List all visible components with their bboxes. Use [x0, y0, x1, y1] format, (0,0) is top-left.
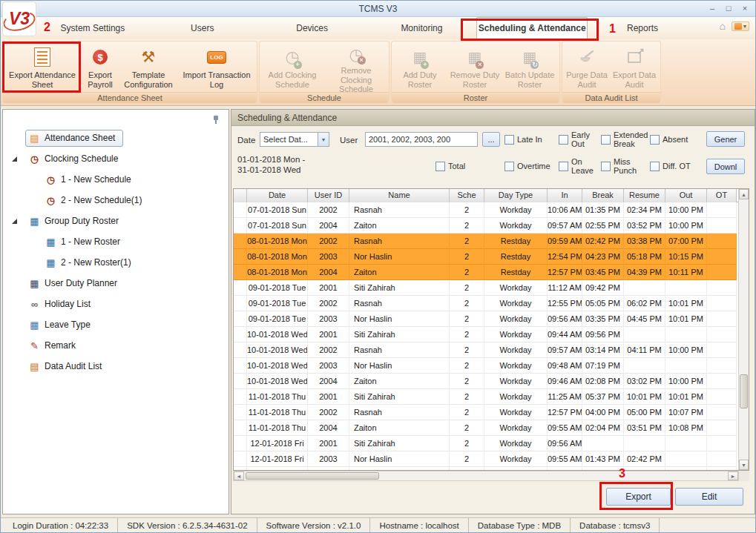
miss-punch-checkbox[interactable]: Miss Punch: [601, 156, 642, 176]
export-button[interactable]: Export: [606, 488, 671, 506]
tree-item[interactable]: Group Duty Roster: [3, 211, 229, 231]
table-row[interactable]: 10-01-2018 Wed 2002 Rasnah 2 Workday 09:…: [234, 342, 737, 358]
purge-data-audit-button[interactable]: Purge Data Audit: [563, 43, 611, 92]
tree-item[interactable]: Attendance Sheet: [3, 128, 229, 148]
table-row[interactable]: 12-01-2018 Fri 2003 Nor Haslin 2 Workday…: [234, 451, 737, 467]
tree-item[interactable]: 1 - New Roster: [3, 231, 229, 252]
add-duty-roster-button[interactable]: Add Duty Roster: [392, 43, 447, 92]
download-button[interactable]: Downl: [706, 159, 745, 174]
add-clocking-schedule-button[interactable]: Add Clocking Schedule: [260, 43, 324, 92]
tree-item[interactable]: 2 - New Roster(1): [3, 252, 229, 273]
ribbon-tab[interactable]: Users: [148, 17, 257, 39]
column-header-break[interactable]: Break: [582, 189, 624, 202]
tree-item-label: Holiday List: [45, 299, 91, 309]
cell-out: 10:00 PM: [665, 342, 707, 358]
checkbox-label: Overtime: [517, 162, 551, 171]
scroll-down-arrow[interactable]: ▼: [739, 460, 749, 470]
table-row[interactable]: 08-01-2018 Mon 2002 Rasnah 2 Restday 09:…: [234, 234, 737, 249]
table-row[interactable]: 10-01-2018 Wed 2003 Nor Haslin 2 Workday…: [234, 358, 737, 374]
table-row[interactable]: 12-01-2018 Fri 2004 Zaiton 2 Workday 12:…: [234, 467, 737, 470]
minimize-button[interactable]: –: [706, 3, 718, 14]
table-row[interactable]: 10-01-2018 Wed 2001 Siti Zahirah 2 Workd…: [234, 327, 737, 342]
cell-date: 07-01-2018 Sun: [247, 202, 308, 218]
batch-update-roster-button[interactable]: Batch Update Roster: [502, 43, 557, 92]
cell-schedule: 2: [450, 467, 484, 470]
table-row[interactable]: 12-01-2018 Fri 2001 Siti Zahirah 2 Workd…: [234, 436, 737, 451]
export-attendance-sheet-button[interactable]: Export Attendance Sheet: [4, 43, 81, 92]
column-header-date[interactable]: Date: [247, 189, 308, 202]
table-row[interactable]: 11-01-2018 Thu 2004 Zaiton 2 Workday 09:…: [234, 420, 737, 436]
ribbon-tab[interactable]: System Settings: [38, 17, 148, 39]
column-header-resume[interactable]: Resume: [624, 189, 665, 202]
table-row[interactable]: 07-01-2018 Sun 2002 Rasnah 2 Workday 10:…: [234, 202, 737, 218]
table-row[interactable]: 08-01-2018 Mon 2004 Zaiton 2 Restday 12:…: [234, 265, 737, 280]
diff-ot-checkbox[interactable]: Diff. OT: [650, 156, 698, 176]
table-row[interactable]: 07-01-2018 Sun 2004 Zaiton 2 Workday 09:…: [234, 218, 737, 234]
tree-item[interactable]: Data Audit List: [3, 356, 229, 377]
cell-name: Zaiton: [349, 420, 450, 436]
edit-button[interactable]: Edit: [675, 488, 743, 506]
generate-button[interactable]: Gener: [706, 131, 745, 147]
on-leave-checkbox[interactable]: On Leave: [559, 156, 599, 176]
tree-item[interactable]: Leave Type: [3, 314, 229, 335]
cell-date: 10-01-2018 Wed: [247, 327, 308, 342]
column-header-day-type[interactable]: Day Type: [484, 189, 548, 202]
import-transaction-log-button[interactable]: LOG Import Transaction Log: [177, 43, 256, 92]
scroll-up-arrow[interactable]: ▲: [739, 189, 749, 199]
expander-icon[interactable]: [12, 219, 17, 224]
date-range-dropdown[interactable]: Select Dat... ▼: [260, 132, 329, 147]
close-button[interactable]: ×: [739, 3, 751, 14]
cell-day-type: Workday: [484, 420, 548, 436]
ribbon-tab[interactable]: Devices: [257, 17, 367, 39]
late-in-checkbox[interactable]: Late In: [504, 129, 554, 150]
table-row[interactable]: 10-01-2018 Wed 2004 Zaiton 2 Workday 09:…: [234, 374, 737, 389]
overtime-checkbox[interactable]: Overtime: [504, 156, 551, 176]
theme-dropdown-icon[interactable]: ▾: [732, 21, 749, 31]
export-data-audit-button[interactable]: Export Data Audit: [611, 43, 658, 92]
table-row[interactable]: 09-01-2018 Tue 2002 Rasnah 2 Workday 12:…: [234, 296, 737, 311]
vertical-scroll-thumb[interactable]: [740, 374, 748, 408]
chevron-down-icon[interactable]: ▼: [318, 133, 329, 146]
tree-item[interactable]: Clocking Schedule: [3, 148, 229, 169]
export-payroll-button[interactable]: Export Payroll: [81, 43, 119, 92]
table-row[interactable]: 09-01-2018 Tue 2003 Nor Haslin 2 Workday…: [234, 311, 737, 327]
scroll-left-arrow[interactable]: ◄: [234, 471, 244, 480]
ribbon-tab[interactable]: Reports: [588, 17, 697, 39]
table-row[interactable]: 11-01-2018 Thu 2001 Siti Zahirah 2 Workd…: [234, 389, 737, 405]
home-icon[interactable]: ⌂: [720, 20, 726, 32]
scroll-right-arrow[interactable]: ►: [728, 471, 738, 480]
ribbon-tab[interactable]: Scheduling & Attendance: [476, 17, 588, 39]
tree-item[interactable]: User Duty Planner: [3, 273, 229, 294]
tree-item[interactable]: 2 - New Schedule(1): [3, 190, 229, 211]
tree-item[interactable]: 1 - New Schedule: [3, 169, 229, 190]
column-header-in[interactable]: In: [548, 189, 582, 202]
horizontal-scroll-thumb[interactable]: [246, 472, 379, 480]
extended-break-checkbox[interactable]: Extended Break: [601, 129, 652, 150]
cell-out: [665, 436, 707, 451]
column-header-user-id[interactable]: User ID: [308, 189, 349, 202]
expander-icon[interactable]: [12, 156, 17, 162]
total-checkbox[interactable]: Total: [435, 156, 475, 176]
pin-icon[interactable]: [212, 115, 220, 125]
tree-item[interactable]: Remark: [3, 335, 229, 356]
ribbon-tab[interactable]: Monitoring: [367, 17, 476, 39]
table-row[interactable]: 09-01-2018 Tue 2001 Siti Zahirah 2 Workd…: [234, 280, 737, 296]
column-header-out[interactable]: Out: [665, 189, 707, 202]
remove-clocking-schedule-button[interactable]: Remove Clocking Schedule: [324, 43, 388, 92]
absent-checkbox[interactable]: Absent: [650, 129, 695, 150]
table-row[interactable]: 08-01-2018 Mon 2003 Nor Haslin 2 Restday…: [234, 249, 737, 265]
column-header-schedule[interactable]: Sche: [450, 189, 484, 202]
vertical-scrollbar[interactable]: ▲ ▼: [738, 189, 749, 470]
remove-duty-roster-button[interactable]: Remove Duty Roster: [447, 43, 502, 92]
tree-item-icon: [29, 299, 40, 310]
early-out-checkbox[interactable]: Early Out: [559, 129, 598, 150]
maximize-button[interactable]: □: [723, 3, 734, 14]
column-header-ot[interactable]: OT: [707, 189, 737, 202]
browse-users-button[interactable]: ...: [482, 132, 500, 147]
user-input[interactable]: [365, 132, 478, 147]
horizontal-scrollbar[interactable]: ◄ ►: [233, 471, 739, 481]
tree-item[interactable]: Holiday List: [3, 294, 229, 314]
table-row[interactable]: 11-01-2018 Thu 2002 Rasnah 2 Workday 12:…: [234, 405, 737, 420]
template-configuration-button[interactable]: Template Configuration: [119, 43, 177, 92]
column-header-name[interactable]: Name: [349, 189, 450, 202]
